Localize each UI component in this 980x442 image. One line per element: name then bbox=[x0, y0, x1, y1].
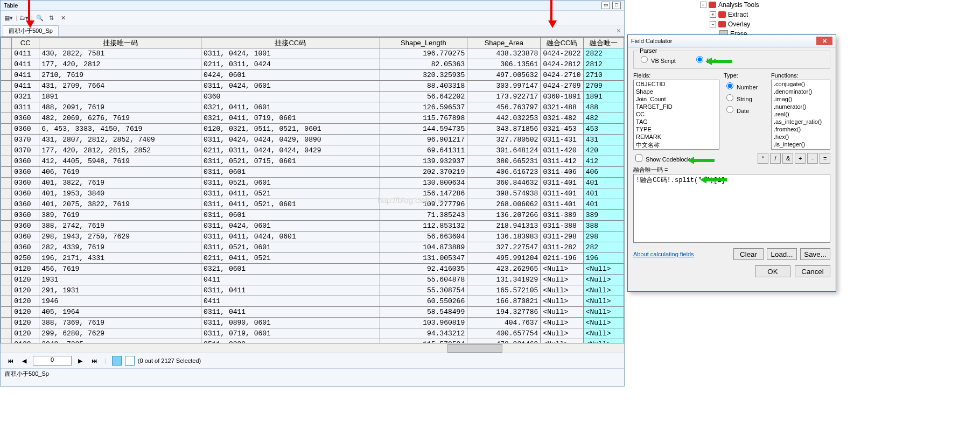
last-record-button[interactable]: ⏭ bbox=[89, 355, 100, 366]
cancel-button[interactable]: Cancel bbox=[795, 265, 830, 277]
operator-button[interactable]: + bbox=[795, 153, 806, 164]
save-button[interactable]: Save... bbox=[800, 248, 830, 260]
field-item[interactable]: Join_Count bbox=[634, 95, 719, 103]
type-date-radio[interactable]: Date bbox=[724, 104, 767, 114]
field-item[interactable]: OBJECTID bbox=[634, 80, 719, 88]
function-item[interactable]: .imag() bbox=[772, 95, 830, 103]
function-item[interactable]: .is_integer() bbox=[772, 141, 830, 148]
table-row[interactable]: 0120456, 76190321, 060192.416035423.2629… bbox=[1, 264, 624, 275]
bottom-tab[interactable]: 面积小于500_Sp bbox=[1, 368, 624, 379]
type-number-radio[interactable]: Number bbox=[724, 81, 767, 90]
next-record-button[interactable]: ▶ bbox=[75, 355, 86, 366]
function-item[interactable]: .numerator() bbox=[772, 103, 830, 110]
table-row[interactable]: 0411177, 420, 28120211, 0311, 042482.053… bbox=[1, 59, 624, 70]
function-item[interactable]: .hex() bbox=[772, 133, 830, 141]
cell: 398.574938 bbox=[467, 188, 541, 199]
select-by-attr-icon[interactable]: 🔍 bbox=[35, 13, 45, 23]
table-row[interactable]: 0311488, 2091, 76190321, 0411, 0601126.5… bbox=[1, 102, 624, 113]
function-item[interactable]: .as_integer_ratio() bbox=[772, 118, 830, 125]
table-row[interactable]: 0411430, 2822, 75810311, 0424, 1001196.7… bbox=[1, 48, 624, 59]
column-header[interactable]: 融合CC码 bbox=[541, 38, 583, 48]
table-row[interactable]: 01201931041155.604878131.341929<Null><Nu… bbox=[1, 275, 624, 285]
function-item[interactable]: .denominator() bbox=[772, 88, 830, 95]
table-row[interactable]: 03606, 453, 3383, 4150, 76190120, 0321, … bbox=[1, 124, 624, 135]
show-all-records-icon[interactable] bbox=[112, 356, 122, 366]
column-header[interactable] bbox=[1, 38, 12, 48]
column-header[interactable]: Shape_Area bbox=[467, 38, 541, 48]
ok-button[interactable]: OK bbox=[755, 265, 790, 277]
column-header[interactable]: CC bbox=[12, 38, 39, 48]
operator-button[interactable]: = bbox=[820, 153, 830, 164]
switch-selection-icon[interactable]: ⇅ bbox=[47, 13, 57, 23]
fields-listbox[interactable]: OBJECTIDShapeJoin_CountTARGET_FIDCCTAGTY… bbox=[633, 80, 719, 150]
table-row[interactable]: 0360388, 2742, 76190311, 0424, 0601112.8… bbox=[1, 221, 624, 231]
function-item[interactable]: .fromhex() bbox=[772, 125, 830, 133]
about-link[interactable]: About calculating fields bbox=[633, 251, 694, 257]
table-row[interactable]: 0120299, 6280, 76290311, 0719, 060194.34… bbox=[1, 328, 624, 339]
field-item[interactable]: CC bbox=[634, 110, 719, 118]
function-item[interactable]: .conjugate() bbox=[772, 80, 830, 88]
table-row[interactable]: 0370431, 2807, 2812, 2852, 74090311, 042… bbox=[1, 135, 624, 145]
load-button[interactable]: Load... bbox=[767, 248, 797, 260]
table-row[interactable]: 0360389, 76190311, 060171.385243136.2072… bbox=[1, 210, 624, 221]
tree-node-extract[interactable]: Extract bbox=[728, 11, 748, 18]
table-row[interactable]: 0360401, 2075, 3822, 76190311, 0411, 052… bbox=[1, 199, 624, 210]
first-record-button[interactable]: ⏮ bbox=[5, 355, 16, 366]
scrollbar-thumb[interactable] bbox=[447, 344, 502, 353]
type-string-radio[interactable]: String bbox=[724, 93, 767, 102]
table-row[interactable]: 03211891036056.642202173.9227170360-1891… bbox=[1, 92, 624, 102]
table-row[interactable]: 0360406, 76190311, 0601202.370219406.616… bbox=[1, 167, 624, 178]
table-row[interactable]: 04112710, 76190424, 0601320.325935497.00… bbox=[1, 70, 624, 81]
field-item[interactable]: TAG bbox=[634, 118, 719, 125]
table-row[interactable]: 0360482, 2069, 6276, 76190321, 0411, 071… bbox=[1, 113, 624, 124]
table-row[interactable]: 0360401, 1953, 38400311, 0411, 0521156.1… bbox=[1, 188, 624, 199]
field-item[interactable]: TYPE bbox=[634, 125, 719, 133]
operator-button[interactable]: * bbox=[758, 153, 768, 164]
tree-node-analysis-tools[interactable]: Analysis Tools bbox=[718, 1, 759, 9]
tree-node-overlay[interactable]: Overlay bbox=[728, 20, 750, 28]
maximize-button[interactable]: □ bbox=[612, 2, 621, 9]
table-row[interactable]: 0120405, 19640311, 041158.548499194.3277… bbox=[1, 307, 624, 318]
parser-vbscript-radio[interactable]: VB Script bbox=[638, 58, 676, 64]
show-selected-records-icon[interactable] bbox=[125, 356, 135, 366]
column-header[interactable]: 挂接CC码 bbox=[201, 38, 380, 48]
functions-listbox[interactable]: .conjugate().denominator().imag().numera… bbox=[771, 80, 830, 150]
operator-button[interactable]: & bbox=[782, 153, 793, 164]
table-row[interactable]: 0360282, 4339, 76190311, 0521, 0601104.8… bbox=[1, 242, 624, 253]
clear-button[interactable]: Clear bbox=[733, 248, 764, 260]
clear-selection-icon[interactable]: ✕ bbox=[59, 13, 68, 23]
column-header[interactable]: Shape_Length bbox=[380, 38, 467, 48]
field-item[interactable]: TARGET_FID bbox=[634, 103, 719, 110]
prev-record-button[interactable]: ◀ bbox=[19, 355, 30, 366]
column-header[interactable]: 挂接唯一码 bbox=[39, 38, 201, 48]
field-item[interactable]: 中文名称 bbox=[634, 141, 719, 150]
operator-button[interactable]: - bbox=[807, 153, 818, 164]
field-item[interactable]: Shape bbox=[634, 88, 719, 95]
table-row[interactable]: 0360298, 1943, 2750, 76290311, 0411, 042… bbox=[1, 231, 624, 242]
minimize-button[interactable]: ▭ bbox=[601, 2, 610, 9]
table-row[interactable]: 0250196, 2171, 43310211, 0411, 0521131.0… bbox=[1, 253, 624, 264]
tab-close-icon[interactable]: × bbox=[617, 26, 621, 35]
tree-expand-icon[interactable]: + bbox=[710, 11, 716, 18]
operator-button[interactable]: / bbox=[770, 153, 781, 164]
tree-collapse-icon[interactable]: − bbox=[710, 21, 716, 27]
tree-collapse-icon[interactable]: − bbox=[700, 2, 706, 8]
function-item[interactable]: .real() bbox=[772, 110, 830, 118]
table-row[interactable]: 0120388, 7369, 76190311, 0890, 0601103.9… bbox=[1, 318, 624, 328]
function-item[interactable]: math.acos() bbox=[772, 148, 830, 150]
table-row[interactable]: 0370177, 420, 2812, 2815, 28520211, 0311… bbox=[1, 145, 624, 156]
dialog-close-button[interactable]: ✕ bbox=[816, 37, 832, 45]
table-row[interactable]: 01203040, 73850511, 0890115.578594478.03… bbox=[1, 339, 624, 343]
table-row[interactable]: 0360412, 4405, 5948, 76190311, 0521, 071… bbox=[1, 156, 624, 167]
column-header[interactable]: 融合唯一 bbox=[583, 38, 624, 48]
table-options-icon[interactable]: ▦▾ bbox=[4, 13, 13, 23]
show-codeblock-checkbox[interactable]: Show Codeblock bbox=[633, 153, 690, 163]
expression-textarea[interactable] bbox=[633, 174, 830, 243]
record-number-input[interactable]: 0 bbox=[33, 356, 72, 366]
field-item[interactable]: REMARK bbox=[634, 133, 719, 141]
table-row[interactable]: 0411431, 2709, 76640311, 0424, 060188.40… bbox=[1, 81, 624, 92]
table-row[interactable]: 01201946041160.550266166.870821<Null><Nu… bbox=[1, 296, 624, 307]
table-row[interactable]: 0120291, 19310311, 041155.308754165.5721… bbox=[1, 285, 624, 296]
table-row[interactable]: 0360401, 3822, 76190311, 0521, 0601130.8… bbox=[1, 178, 624, 188]
horizontal-scrollbar[interactable] bbox=[1, 343, 624, 353]
